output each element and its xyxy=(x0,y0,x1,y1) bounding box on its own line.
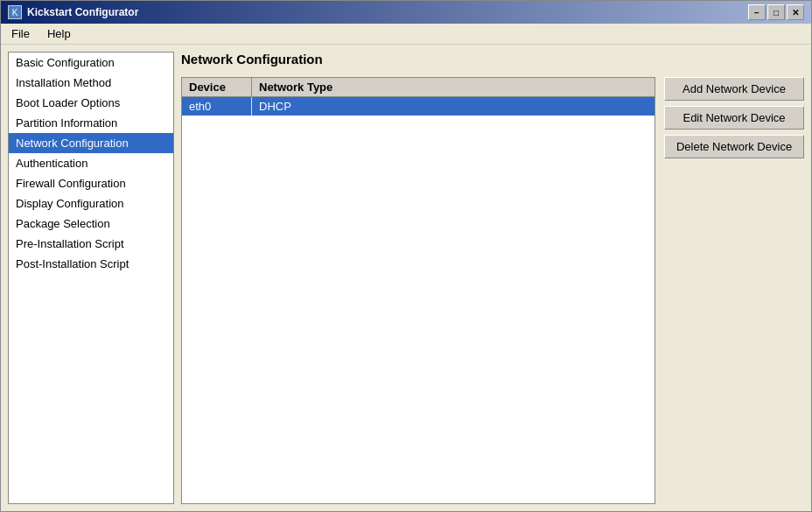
sidebar: Basic Configuration Installation Method … xyxy=(8,52,174,504)
col-network-type: Network Type xyxy=(252,78,654,96)
minimize-button[interactable]: − xyxy=(748,4,766,20)
window-controls: − □ ✕ xyxy=(748,4,804,20)
sidebar-item-post-installation-script[interactable]: Post-Installation Script xyxy=(9,254,173,274)
table-row[interactable]: eth0 DHCP xyxy=(182,97,654,116)
add-network-device-button[interactable]: Add Network Device xyxy=(664,77,804,101)
menu-bar: File Help xyxy=(1,24,811,45)
close-button[interactable]: ✕ xyxy=(787,4,804,20)
sidebar-item-firewall-configuration[interactable]: Firewall Configuration xyxy=(9,173,173,193)
sidebar-item-authentication[interactable]: Authentication xyxy=(9,153,173,173)
cell-device: eth0 xyxy=(182,97,252,116)
sidebar-item-display-configuration[interactable]: Display Configuration xyxy=(9,193,173,214)
main-panel: Network Configuration Device Network Typ… xyxy=(181,52,804,504)
cell-network-type: DHCP xyxy=(252,97,654,116)
sidebar-item-pre-installation-script[interactable]: Pre-Installation Script xyxy=(9,234,173,254)
network-table: Device Network Type eth0 DHCP xyxy=(181,77,655,504)
maximize-button[interactable]: □ xyxy=(767,4,785,20)
sidebar-item-package-selection[interactable]: Package Selection xyxy=(9,214,173,234)
delete-network-device-button[interactable]: Delete Network Device xyxy=(664,135,804,158)
app-icon: K xyxy=(8,5,22,19)
col-device: Device xyxy=(182,78,252,96)
panel-title: Network Configuration xyxy=(181,52,804,67)
panel-body: Device Network Type eth0 DHCP Add Networ… xyxy=(181,77,804,504)
title-bar: K Kickstart Configurator − □ ✕ xyxy=(1,1,811,24)
main-window: K Kickstart Configurator − □ ✕ File Help… xyxy=(0,0,812,512)
menu-help[interactable]: Help xyxy=(40,25,78,42)
window-title: Kickstart Configurator xyxy=(27,6,138,18)
table-header: Device Network Type xyxy=(182,78,654,97)
sidebar-item-boot-loader-options[interactable]: Boot Loader Options xyxy=(9,93,173,113)
menu-file[interactable]: File xyxy=(4,25,37,42)
sidebar-item-network-configuration[interactable]: Network Configuration xyxy=(9,133,173,153)
edit-network-device-button[interactable]: Edit Network Device xyxy=(664,106,804,130)
title-bar-left: K Kickstart Configurator xyxy=(8,5,138,19)
content-area: Basic Configuration Installation Method … xyxy=(1,45,811,511)
sidebar-item-basic-configuration[interactable]: Basic Configuration xyxy=(9,53,173,73)
sidebar-item-partition-information[interactable]: Partition Information xyxy=(9,113,173,133)
sidebar-item-installation-method[interactable]: Installation Method xyxy=(9,73,173,93)
buttons-panel: Add Network Device Edit Network Device D… xyxy=(664,77,804,504)
